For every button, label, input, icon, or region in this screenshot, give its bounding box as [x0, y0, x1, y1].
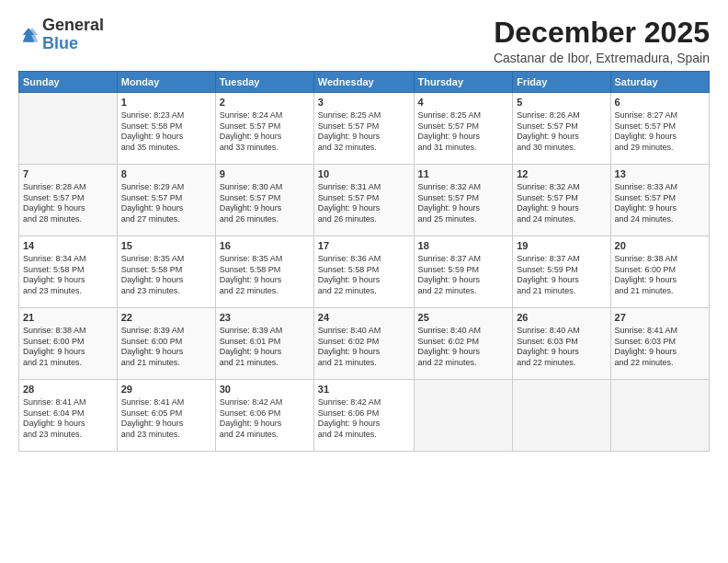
logo-general-text: General	[42, 16, 104, 34]
day-cell: 18Sunrise: 8:37 AMSunset: 5:59 PMDayligh…	[414, 236, 513, 308]
calendar-page: General Blue December 2025 Castanar de I…	[0, 0, 728, 563]
day-cell: 13Sunrise: 8:33 AMSunset: 5:57 PMDayligh…	[610, 165, 709, 236]
logo-icon	[18, 25, 39, 45]
day-number: 25	[418, 311, 509, 325]
header-cell-saturday: Saturday	[610, 72, 709, 93]
day-content: Sunrise: 8:40 AMSunset: 6:03 PMDaylight:…	[517, 326, 606, 369]
header-cell-thursday: Thursday	[414, 72, 513, 93]
day-number: 10	[318, 167, 410, 181]
day-number: 3	[318, 96, 410, 109]
day-cell: 6Sunrise: 8:27 AMSunset: 5:57 PMDaylight…	[610, 93, 709, 165]
day-cell: 4Sunrise: 8:25 AMSunset: 5:57 PMDaylight…	[414, 93, 513, 165]
day-number: 22	[121, 311, 211, 325]
day-content: Sunrise: 8:41 AMSunset: 6:03 PMDaylight:…	[615, 326, 705, 369]
day-number: 14	[23, 239, 113, 253]
week-row-4: 21Sunrise: 8:38 AMSunset: 6:00 PMDayligh…	[19, 308, 710, 380]
logo-blue-text: Blue	[42, 34, 78, 52]
day-number: 29	[121, 383, 211, 396]
day-cell: 5Sunrise: 8:26 AMSunset: 5:57 PMDaylight…	[513, 93, 610, 165]
day-number: 17	[318, 239, 410, 253]
week-row-1: 1Sunrise: 8:23 AMSunset: 5:58 PMDaylight…	[19, 93, 710, 165]
day-content: Sunrise: 8:39 AMSunset: 6:00 PMDaylight:…	[121, 326, 211, 369]
day-number: 28	[23, 383, 113, 396]
day-content: Sunrise: 8:33 AMSunset: 5:57 PMDaylight:…	[615, 182, 705, 225]
day-content: Sunrise: 8:37 AMSunset: 5:59 PMDaylight:…	[517, 254, 606, 297]
header-row: SundayMondayTuesdayWednesdayThursdayFrid…	[19, 72, 710, 93]
day-cell	[610, 380, 709, 452]
day-content: Sunrise: 8:42 AMSunset: 6:06 PMDaylight:…	[220, 397, 310, 441]
day-number: 4	[418, 96, 509, 109]
day-content: Sunrise: 8:30 AMSunset: 5:57 PMDaylight:…	[220, 182, 310, 225]
day-content: Sunrise: 8:32 AMSunset: 5:57 PMDaylight:…	[418, 182, 509, 225]
day-content: Sunrise: 8:27 AMSunset: 5:57 PMDaylight:…	[615, 110, 705, 154]
day-cell: 21Sunrise: 8:38 AMSunset: 6:00 PMDayligh…	[19, 308, 118, 380]
header-cell-tuesday: Tuesday	[215, 72, 313, 93]
day-content: Sunrise: 8:38 AMSunset: 6:00 PMDaylight:…	[615, 254, 705, 297]
day-number: 23	[220, 311, 310, 325]
day-content: Sunrise: 8:41 AMSunset: 6:04 PMDaylight:…	[23, 397, 113, 441]
day-number: 12	[517, 167, 606, 181]
day-cell: 7Sunrise: 8:28 AMSunset: 5:57 PMDaylight…	[19, 165, 118, 236]
day-cell	[19, 93, 118, 165]
day-content: Sunrise: 8:25 AMSunset: 5:57 PMDaylight:…	[418, 110, 509, 154]
calendar-table: SundayMondayTuesdayWednesdayThursdayFrid…	[18, 71, 710, 452]
day-cell: 3Sunrise: 8:25 AMSunset: 5:57 PMDaylight…	[313, 93, 414, 165]
day-content: Sunrise: 8:34 AMSunset: 5:58 PMDaylight:…	[23, 254, 113, 297]
day-content: Sunrise: 8:42 AMSunset: 6:06 PMDaylight:…	[318, 397, 410, 441]
day-number: 27	[615, 311, 705, 325]
month-title: December 2025	[494, 17, 710, 49]
day-cell: 29Sunrise: 8:41 AMSunset: 6:05 PMDayligh…	[117, 380, 215, 452]
day-cell: 25Sunrise: 8:40 AMSunset: 6:02 PMDayligh…	[414, 308, 513, 380]
day-number: 2	[220, 96, 310, 109]
day-cell: 1Sunrise: 8:23 AMSunset: 5:58 PMDaylight…	[117, 93, 215, 165]
day-cell: 10Sunrise: 8:31 AMSunset: 5:57 PMDayligh…	[313, 165, 414, 236]
day-number: 30	[220, 383, 310, 396]
week-row-3: 14Sunrise: 8:34 AMSunset: 5:58 PMDayligh…	[19, 236, 710, 308]
day-cell: 26Sunrise: 8:40 AMSunset: 6:03 PMDayligh…	[513, 308, 610, 380]
day-content: Sunrise: 8:26 AMSunset: 5:57 PMDaylight:…	[517, 110, 606, 154]
week-row-2: 7Sunrise: 8:28 AMSunset: 5:57 PMDaylight…	[19, 165, 710, 236]
day-content: Sunrise: 8:36 AMSunset: 5:58 PMDaylight:…	[318, 254, 410, 297]
day-cell: 17Sunrise: 8:36 AMSunset: 5:58 PMDayligh…	[313, 236, 414, 308]
day-number: 11	[418, 167, 509, 181]
logo: General Blue	[18, 17, 104, 53]
day-cell: 11Sunrise: 8:32 AMSunset: 5:57 PMDayligh…	[414, 165, 513, 236]
day-content: Sunrise: 8:35 AMSunset: 5:58 PMDaylight:…	[220, 254, 310, 297]
day-content: Sunrise: 8:39 AMSunset: 6:01 PMDaylight:…	[220, 326, 310, 369]
day-cell: 30Sunrise: 8:42 AMSunset: 6:06 PMDayligh…	[215, 380, 313, 452]
day-cell: 24Sunrise: 8:40 AMSunset: 6:02 PMDayligh…	[313, 308, 414, 380]
title-block: December 2025 Castanar de Ibor, Extremad…	[494, 17, 710, 65]
header-cell-wednesday: Wednesday	[313, 72, 414, 93]
day-cell: 27Sunrise: 8:41 AMSunset: 6:03 PMDayligh…	[610, 308, 709, 380]
day-number: 6	[615, 96, 705, 109]
day-number: 7	[23, 167, 113, 181]
day-number: 13	[615, 167, 705, 181]
week-row-5: 28Sunrise: 8:41 AMSunset: 6:04 PMDayligh…	[19, 380, 710, 452]
day-cell: 14Sunrise: 8:34 AMSunset: 5:58 PMDayligh…	[19, 236, 118, 308]
day-content: Sunrise: 8:23 AMSunset: 5:58 PMDaylight:…	[121, 110, 211, 154]
day-content: Sunrise: 8:25 AMSunset: 5:57 PMDaylight:…	[318, 110, 410, 154]
day-cell: 15Sunrise: 8:35 AMSunset: 5:58 PMDayligh…	[117, 236, 215, 308]
day-number: 16	[220, 239, 310, 253]
day-content: Sunrise: 8:29 AMSunset: 5:57 PMDaylight:…	[121, 182, 211, 225]
day-cell	[414, 380, 513, 452]
day-number: 20	[615, 239, 705, 253]
header-cell-monday: Monday	[117, 72, 215, 93]
day-content: Sunrise: 8:28 AMSunset: 5:57 PMDaylight:…	[23, 182, 113, 225]
day-cell: 8Sunrise: 8:29 AMSunset: 5:57 PMDaylight…	[117, 165, 215, 236]
header: General Blue December 2025 Castanar de I…	[18, 17, 710, 65]
day-number: 31	[318, 383, 410, 396]
day-content: Sunrise: 8:32 AMSunset: 5:57 PMDaylight:…	[517, 182, 606, 225]
day-number: 8	[121, 167, 211, 181]
day-number: 24	[318, 311, 410, 325]
day-cell: 16Sunrise: 8:35 AMSunset: 5:58 PMDayligh…	[215, 236, 313, 308]
day-cell: 20Sunrise: 8:38 AMSunset: 6:00 PMDayligh…	[610, 236, 709, 308]
day-number: 15	[121, 239, 211, 253]
day-content: Sunrise: 8:35 AMSunset: 5:58 PMDaylight:…	[121, 254, 211, 297]
day-content: Sunrise: 8:37 AMSunset: 5:59 PMDaylight:…	[418, 254, 509, 297]
day-content: Sunrise: 8:40 AMSunset: 6:02 PMDaylight:…	[418, 326, 509, 369]
day-cell: 19Sunrise: 8:37 AMSunset: 5:59 PMDayligh…	[513, 236, 610, 308]
day-number: 9	[220, 167, 310, 181]
day-cell: 22Sunrise: 8:39 AMSunset: 6:00 PMDayligh…	[117, 308, 215, 380]
day-number: 19	[517, 239, 606, 253]
